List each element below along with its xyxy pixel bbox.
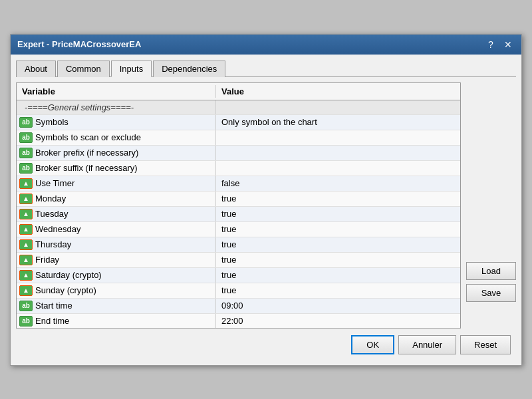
side-buttons: Load Save	[466, 82, 516, 329]
row-value	[216, 146, 460, 160]
row-value	[216, 100, 460, 114]
table-row[interactable]: ▲Wednesdaytrue	[17, 222, 460, 237]
row-variable: ▲Saturday (crypto)	[17, 268, 216, 283]
row-variable-label: Thursday	[35, 239, 71, 249]
row-variable: abSymbols to scan or exclude	[17, 130, 216, 145]
row-variable: ▲Use Timer	[17, 176, 216, 191]
main-area: Variable Value -====General settings====…	[16, 82, 516, 329]
row-variable-label: Start time	[35, 301, 72, 311]
row-value: Only symbol on the chart	[216, 115, 460, 130]
row-variable-label: End time	[35, 316, 69, 326]
row-variable: -====General settings====-	[17, 100, 216, 114]
ok-button[interactable]: OK	[351, 335, 394, 354]
row-value: true	[216, 283, 460, 298]
footer: OK Annuler Reset	[16, 329, 516, 360]
row-value	[216, 161, 460, 176]
title-controls: ? ✕	[484, 40, 515, 49]
help-button[interactable]: ?	[484, 40, 497, 49]
reset-button[interactable]: Reset	[460, 335, 511, 354]
cancel-button[interactable]: Annuler	[398, 335, 456, 354]
table-row[interactable]: abSymbols to scan or exclude	[17, 130, 460, 146]
row-variable: ▲Wednesday	[17, 222, 216, 237]
table-row[interactable]: ▲Fridaytrue	[17, 253, 460, 268]
row-variable-label: Broker suffix (if necessary)	[35, 163, 138, 173]
tab-inputs[interactable]: Inputs	[111, 61, 152, 77]
row-variable-label: Tuesday	[35, 209, 68, 219]
main-window: Expert - PriceMACrossoverEA ? ✕ About Co…	[10, 34, 522, 366]
row-value: 09:00	[216, 299, 460, 313]
window-title: Expert - PriceMACrossoverEA	[17, 39, 141, 49]
tab-about[interactable]: About	[16, 61, 56, 77]
row-variable: ▲Monday	[17, 192, 216, 206]
row-variable: abBroker suffix (if necessary)	[17, 161, 216, 176]
row-variable-label: Symbols	[35, 117, 68, 127]
variables-table: Variable Value -====General settings====…	[16, 82, 461, 329]
table-row[interactable]: -====General settings====-	[17, 100, 460, 115]
table-row[interactable]: ▲Sunday (crypto)true	[17, 283, 460, 299]
table-row[interactable]: ▲Use Timerfalse	[17, 176, 460, 192]
load-button[interactable]: Load	[466, 262, 516, 280]
table-row[interactable]: abBroker suffix (if necessary)	[17, 161, 460, 176]
row-variable-label: Wednesday	[35, 224, 80, 234]
row-variable-label: Broker prefix (if necessary)	[35, 148, 138, 158]
row-value: true	[216, 268, 460, 283]
row-value: true	[216, 253, 460, 267]
table-header: Variable Value	[17, 83, 460, 100]
content-area: About Common Inputs Dependencies Variabl…	[11, 55, 521, 365]
row-value: true	[216, 237, 460, 252]
row-value	[216, 130, 460, 145]
row-variable-label: Use Timer	[35, 178, 74, 188]
row-variable: ▲Friday	[17, 253, 216, 267]
row-variable: abSymbols	[17, 115, 216, 130]
row-variable-label: Symbols to scan or exclude	[35, 132, 141, 142]
title-bar: Expert - PriceMACrossoverEA ? ✕	[11, 35, 521, 55]
table-row[interactable]: ▲Tuesdaytrue	[17, 207, 460, 222]
row-value: true	[216, 192, 460, 206]
row-variable: abEnd time	[17, 314, 216, 328]
tab-bar: About Common Inputs Dependencies	[16, 60, 516, 77]
table-row[interactable]: abEnd time22:00	[17, 314, 460, 328]
footer-buttons: OK Annuler Reset	[351, 335, 511, 354]
table-row[interactable]: abSymbolsOnly symbol on the chart	[17, 115, 460, 130]
table-body[interactable]: -====General settings====-abSymbolsOnly …	[17, 100, 460, 328]
tab-dependencies[interactable]: Dependencies	[153, 61, 225, 77]
row-value: 22:00	[216, 314, 460, 328]
table-row[interactable]: ▲Thursdaytrue	[17, 237, 460, 253]
row-variable: ▲Tuesday	[17, 207, 216, 221]
row-variable: ▲Sunday (crypto)	[17, 283, 216, 298]
row-variable-label: Saturday (crypto)	[35, 270, 102, 280]
row-variable: abBroker prefix (if necessary)	[17, 146, 216, 160]
table-row[interactable]: abBroker prefix (if necessary)	[17, 146, 460, 161]
row-variable-label: Friday	[35, 255, 59, 265]
row-variable: ▲Thursday	[17, 237, 216, 252]
header-value: Value	[216, 85, 460, 98]
table-row[interactable]: ▲Saturday (crypto)true	[17, 268, 460, 283]
table-row[interactable]: abStart time09:00	[17, 299, 460, 314]
row-variable-label: Sunday (crypto)	[35, 285, 96, 295]
table-row[interactable]: ▲Mondaytrue	[17, 192, 460, 207]
row-value: true	[216, 207, 460, 221]
header-variable: Variable	[17, 85, 216, 98]
row-variable-label: -====General settings====-	[19, 102, 134, 112]
row-variable-label: Monday	[35, 194, 66, 203]
tab-common[interactable]: Common	[57, 61, 110, 77]
close-button[interactable]: ✕	[501, 40, 515, 49]
save-button[interactable]: Save	[466, 284, 516, 302]
row-value: true	[216, 222, 460, 237]
row-value: false	[216, 176, 460, 191]
row-variable: abStart time	[17, 299, 216, 313]
